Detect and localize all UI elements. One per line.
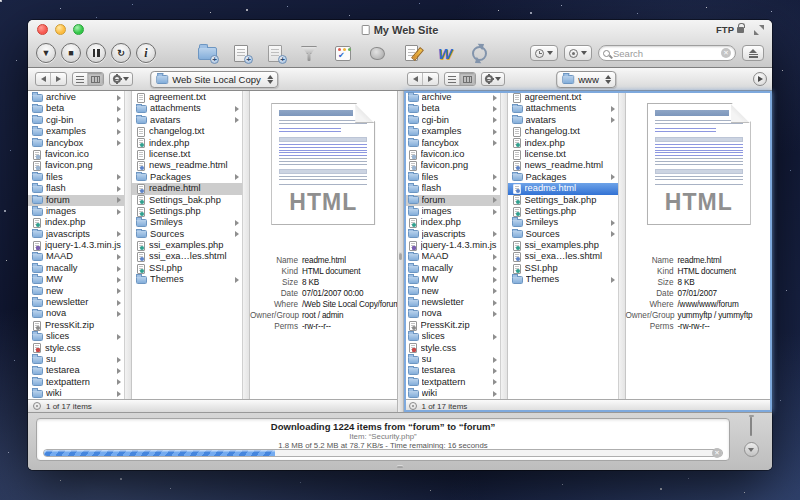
list-item[interactable]: macally (404, 263, 500, 274)
list-item[interactable]: wiki (404, 388, 500, 399)
list-item[interactable]: MAAD (404, 251, 500, 262)
list-item[interactable]: forum (28, 195, 124, 206)
path-popup-remote[interactable]: www (556, 71, 616, 88)
connect-play-button[interactable] (753, 72, 767, 86)
search-input[interactable] (613, 48, 718, 59)
list-item[interactable]: PressKit.zip (28, 320, 124, 331)
forward-button[interactable] (423, 73, 438, 85)
list-item[interactable]: favicon.ico (404, 149, 500, 160)
back-button[interactable] (408, 73, 423, 85)
list-item[interactable]: testarea (404, 365, 500, 376)
list-item[interactable]: news_readme.html (132, 160, 242, 171)
list-item[interactable]: changelog.txt (508, 126, 618, 137)
fullscreen-icon[interactable] (754, 25, 764, 35)
list-item[interactable]: readme.html (132, 183, 242, 194)
list-item[interactable]: beta (404, 103, 500, 114)
search-field[interactable]: ✕ (598, 45, 736, 61)
list-item[interactable]: ssi_examples.php (132, 240, 242, 251)
scrollbar[interactable] (500, 91, 508, 399)
list-item[interactable]: Smileys (508, 217, 618, 228)
new-folder-button[interactable]: + (196, 43, 218, 63)
list-item[interactable]: newsletter (28, 297, 124, 308)
list-item[interactable]: avatars (132, 115, 242, 126)
duplicate-file-button[interactable]: + (264, 43, 286, 63)
activity-menu-button[interactable] (564, 45, 592, 61)
list-item[interactable]: index.php (28, 217, 124, 228)
list-item[interactable]: attachments (508, 103, 618, 114)
scrollbar[interactable] (618, 91, 626, 399)
list-item[interactable]: MAAD (28, 251, 124, 262)
list-item[interactable]: beta (28, 103, 124, 114)
list-item[interactable]: Smileys (132, 217, 242, 228)
list-item[interactable]: wiki (28, 388, 124, 399)
list-item[interactable]: index.php (404, 217, 500, 228)
remote-folder-column[interactable]: archive beta cgi-bin (404, 91, 500, 399)
forward-button[interactable] (51, 73, 66, 85)
list-item[interactable]: Settings.php (132, 206, 242, 217)
bookmarks-button[interactable]: W (434, 43, 456, 63)
list-item[interactable]: style.css (28, 343, 124, 354)
scrollbar[interactable] (124, 91, 132, 399)
list-item[interactable]: testarea (28, 365, 124, 376)
refresh-button[interactable]: ↻ (111, 43, 131, 63)
archive-button[interactable] (366, 43, 388, 63)
list-item[interactable]: PressKit.zip (404, 320, 500, 331)
list-item[interactable]: images (404, 206, 500, 217)
list-item[interactable]: su (404, 354, 500, 365)
list-item[interactable]: Themes (132, 274, 242, 285)
tasks-button[interactable] (332, 43, 354, 63)
list-item[interactable]: license.txt (132, 149, 242, 160)
panel-divider[interactable] (397, 91, 404, 412)
clear-search-icon[interactable]: ✕ (721, 48, 731, 58)
gear-menu-button[interactable] (482, 73, 504, 85)
list-item[interactable]: changelog.txt (132, 126, 242, 137)
list-item[interactable]: Sources (132, 229, 242, 240)
list-item[interactable]: ssi_exa…les.shtml (132, 251, 242, 262)
column-view-button[interactable] (88, 73, 103, 85)
back-button[interactable] (36, 73, 51, 85)
list-item[interactable]: newsletter (404, 297, 500, 308)
list-item[interactable]: flash (28, 183, 124, 194)
list-item[interactable]: files (404, 172, 500, 183)
list-item[interactable]: style.css (404, 343, 500, 354)
list-item[interactable]: nova (404, 308, 500, 319)
column-view-button[interactable] (460, 73, 475, 85)
list-item[interactable]: cgi-bin (28, 115, 124, 126)
pause-button[interactable] (86, 43, 106, 63)
list-item[interactable]: Packages (132, 172, 242, 183)
list-item[interactable]: favicon.ico (28, 149, 124, 160)
list-item[interactable]: SSI.php (508, 263, 618, 274)
list-item[interactable]: news_readme.html (508, 160, 618, 171)
history-menu-button[interactable] (530, 45, 558, 61)
list-item[interactable]: jquery-1.4.3.min.js (28, 240, 124, 251)
path-popup-local[interactable]: Web Site Local Copy (150, 71, 278, 88)
list-item[interactable]: attachments (132, 103, 242, 114)
list-item[interactable]: archive (28, 92, 124, 103)
list-item[interactable]: fancybox (404, 138, 500, 149)
list-item[interactable]: textpattern (404, 377, 500, 388)
drawer-toggle-button[interactable] (744, 442, 759, 457)
list-item[interactable]: index.php (132, 138, 242, 149)
list-item[interactable]: cgi-bin (404, 115, 500, 126)
zoom-button[interactable] (73, 24, 84, 35)
download-button[interactable]: ▼ (36, 43, 56, 63)
list-view-button[interactable] (73, 73, 88, 85)
filter-button[interactable] (298, 43, 320, 63)
list-item[interactable]: MW (404, 274, 500, 285)
list-item[interactable]: jquery-1.4.3.min.js (404, 240, 500, 251)
list-item[interactable]: agreement.txt (508, 92, 618, 103)
list-item[interactable]: MW (28, 274, 124, 285)
list-item[interactable]: ssi_examples.php (508, 240, 618, 251)
disconnect-button[interactable] (742, 45, 764, 61)
new-file-button[interactable]: + (230, 43, 252, 63)
list-item[interactable]: examples (28, 126, 124, 137)
stop-button[interactable]: ■ (61, 43, 81, 63)
list-item[interactable]: new (28, 286, 124, 297)
list-item[interactable]: nova (28, 308, 124, 319)
list-item[interactable]: examples (404, 126, 500, 137)
list-item[interactable]: textpattern (28, 377, 124, 388)
list-item[interactable]: Settings_bak.php (508, 195, 618, 206)
edit-note-button[interactable] (400, 43, 422, 63)
list-item[interactable]: Settings.php (508, 206, 618, 217)
list-item[interactable]: archive (404, 92, 500, 103)
